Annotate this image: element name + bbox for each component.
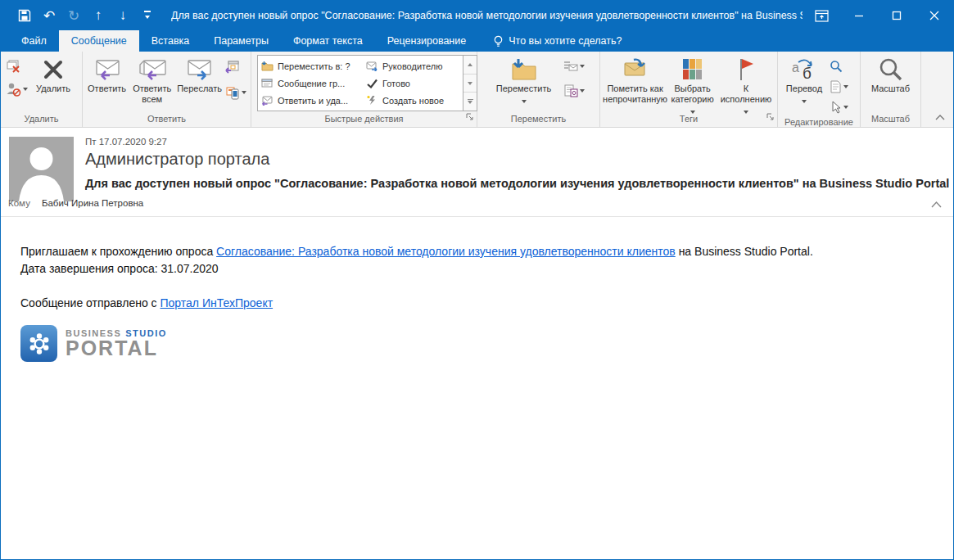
mark-unread-label: Пометить как непрочитанную: [603, 84, 667, 105]
meeting-button[interactable]: [225, 58, 246, 75]
title-bar: ↶ ↻ ↑ ↓ Для вас доступен новый опрос "Со…: [1, 1, 953, 30]
gallery-scroll-up[interactable]: [463, 56, 477, 75]
quick-steps-dialog-launcher[interactable]: [466, 110, 474, 124]
tab-format-text[interactable]: Формат текста: [281, 30, 375, 52]
reply-all-label: Ответить всем: [129, 84, 175, 105]
quick-step-to-manager[interactable]: Руководителю: [366, 57, 463, 75]
gallery-more-button[interactable]: [463, 93, 477, 111]
delete-label: Удалить: [36, 84, 70, 94]
tab-file[interactable]: Файл: [9, 30, 59, 52]
person-silhouette-icon: [9, 137, 74, 201]
svg-text:а: а: [792, 61, 799, 75]
reply-envelope-icon: [93, 59, 121, 80]
minimize-button[interactable]: [840, 1, 878, 30]
triangle-up-icon: [468, 63, 472, 66]
quick-step-team-message[interactable]: Сообщение гр...: [261, 75, 366, 92]
collapse-ribbon-button[interactable]: [935, 109, 945, 124]
gallery-scrollbar: [463, 56, 477, 111]
ribbon-group-move: Переместить Переместить: [477, 52, 600, 127]
ribbon-display-options-button[interactable]: [803, 1, 840, 30]
select-button[interactable]: [830, 99, 848, 115]
undo-button[interactable]: ↶: [37, 3, 61, 28]
triangle-down-icon: [468, 82, 472, 85]
tags-dialog-launcher[interactable]: [766, 110, 775, 124]
folder-move-icon: [261, 61, 274, 71]
quick-step-label: Ответить и уда...: [278, 96, 348, 106]
dropdown-caret-icon: [843, 106, 848, 109]
close-button[interactable]: [916, 1, 953, 30]
rules-icon: [563, 60, 578, 73]
rules-button[interactable]: [563, 58, 585, 75]
deadline-line: Дата завершения опроса: 31.07.2020: [20, 260, 934, 278]
translate-button[interactable]: аб Перевод: [780, 55, 828, 101]
categorize-button[interactable]: Выбрать категорию: [667, 55, 717, 111]
ribbon: Удалить Удалить Ответить Ответить всем П…: [1, 52, 953, 128]
forward-label: Переслать: [177, 84, 222, 94]
tab-options[interactable]: Параметры: [201, 30, 281, 52]
dropdown-caret-icon: [522, 100, 527, 103]
tab-message[interactable]: Сообщение: [59, 30, 139, 52]
quick-step-label: Руководителю: [382, 61, 442, 71]
sent-prefix: Сообщение отправлено с: [20, 296, 161, 309]
related-button[interactable]: [830, 79, 848, 95]
to-label: Кому: [8, 198, 30, 208]
chevron-up-icon: [935, 114, 945, 120]
forward-button[interactable]: Переслать: [175, 55, 224, 94]
find-icon: [830, 60, 843, 73]
quick-step-done[interactable]: Готово: [366, 75, 463, 92]
message-sender[interactable]: Администратор портала: [85, 150, 269, 169]
group-label-delete: Удалить: [1, 112, 82, 127]
im-icon: [225, 85, 240, 100]
mark-unread-button[interactable]: Пометить как непрочитанную: [603, 55, 667, 105]
maximize-button[interactable]: [878, 1, 916, 30]
gallery-scroll-down[interactable]: [463, 75, 477, 93]
quick-step-reply-delete[interactable]: Ответить и уда...: [261, 92, 366, 109]
zoom-button[interactable]: Масштаб: [865, 55, 917, 94]
sender-avatar[interactable]: [9, 137, 74, 201]
tab-insert[interactable]: Вставка: [139, 30, 201, 52]
business-studio-portal-logo: BUSINESSSTUDIO PORTAL: [20, 325, 934, 362]
quick-step-label: Готово: [382, 79, 410, 88]
spacer: [20, 278, 934, 295]
previous-item-button[interactable]: ↑: [86, 3, 111, 28]
follow-up-button[interactable]: К исполнению: [717, 55, 775, 111]
svg-text:б: б: [803, 65, 812, 82]
quick-step-create-new[interactable]: Создать новое: [366, 92, 463, 109]
quick-steps-gallery: Переместить в: ? Руководителю Сообщение …: [257, 55, 477, 111]
collapse-header-button[interactable]: [931, 196, 942, 211]
ignore-icon: [5, 58, 21, 75]
quick-access-toolbar: ↶ ↻ ↑ ↓: [1, 3, 160, 28]
survey-link[interactable]: Согласование: Разработка новой методолог…: [216, 245, 676, 258]
dropdown-caret-icon: [580, 89, 585, 93]
portal-link[interactable]: Портал ИнТехПроект: [161, 296, 274, 309]
redo-button[interactable]: ↻: [61, 3, 86, 28]
quick-step-move-to[interactable]: Переместить в: ?: [261, 57, 366, 75]
save-button[interactable]: [12, 3, 37, 28]
ribbon-group-respond: Ответить Ответить всем Переслать: [83, 52, 251, 127]
reply-label: Ответить: [88, 84, 126, 94]
tab-review[interactable]: Рецензирование: [375, 30, 479, 52]
ribbon-group-editing: аб Перевод: [778, 52, 861, 127]
onenote-button[interactable]: [563, 83, 585, 99]
gallery-more-icon: [468, 99, 473, 105]
cursor-icon: [830, 101, 842, 114]
zoom-magnifier-icon: [878, 56, 904, 83]
junk-button[interactable]: [5, 81, 28, 97]
reply-button[interactable]: Ответить: [85, 55, 129, 94]
next-item-button[interactable]: ↓: [111, 3, 135, 28]
tell-me-label: Что вы хотите сделать?: [509, 35, 622, 47]
customize-qat-button[interactable]: [135, 3, 160, 28]
recipient-name[interactable]: Бабич Ирина Петровна: [42, 198, 143, 208]
group-label-move: Переместить: [477, 112, 599, 127]
lightbulb-icon: [493, 35, 504, 47]
find-button[interactable]: [830, 58, 848, 75]
ignore-button[interactable]: [5, 58, 28, 75]
ribbon-group-quick-steps: Переместить в: ? Руководителю Сообщение …: [251, 52, 477, 127]
im-button[interactable]: [225, 84, 246, 101]
reply-all-button[interactable]: Ответить всем: [129, 55, 175, 105]
move-button[interactable]: Переместить: [491, 55, 557, 101]
close-icon: [929, 11, 939, 20]
delete-button[interactable]: Удалить: [29, 55, 77, 94]
save-icon: [18, 9, 31, 22]
tell-me-box[interactable]: Что вы хотите сделать?: [483, 30, 631, 52]
